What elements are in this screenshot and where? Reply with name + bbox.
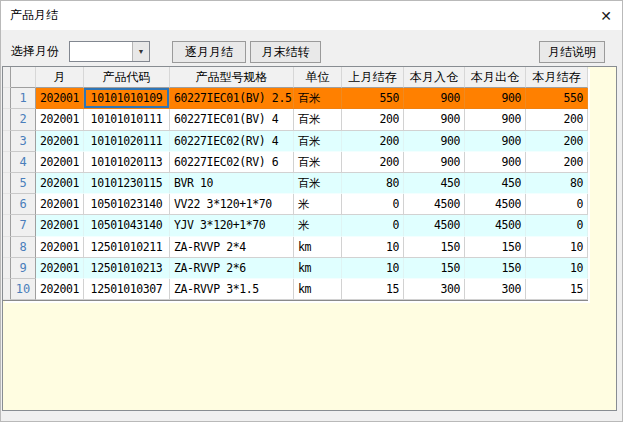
products-table: 月 产品代码 产品型号规格 单位 上月结存 本月入仓 本月出仓 本月结存 1 2… — [3, 67, 588, 301]
cell-product-spec[interactable]: 60227IEC02(RV) 6 — [170, 152, 294, 173]
cell-month-out[interactable]: 900 — [465, 109, 526, 130]
cell-product-code[interactable]: 10101010109 — [84, 88, 170, 109]
chevron-down-icon[interactable]: ▼ — [132, 42, 149, 61]
cell-month-out[interactable]: 900 — [465, 131, 526, 152]
cell-closing-balance[interactable]: 10 — [526, 258, 588, 279]
cell-product-code[interactable]: 10501043140 — [84, 215, 170, 236]
cell-opening-balance[interactable]: 10 — [342, 237, 404, 258]
grid-panel: 月 产品代码 产品型号规格 单位 上月结存 本月入仓 本月出仓 本月结存 1 2… — [2, 66, 617, 411]
row-number-cell[interactable]: 6 — [11, 194, 36, 215]
cell-month[interactable]: 202001 — [36, 237, 84, 258]
cell-closing-balance[interactable]: 10 — [526, 237, 588, 258]
cell-unit[interactable]: 百米 — [294, 88, 342, 109]
cell-product-code[interactable]: 10101230115 — [84, 173, 170, 194]
cell-month-out[interactable]: 4500 — [465, 215, 526, 236]
cell-product-spec[interactable]: 60227IEC01(BV) 2.5 — [170, 88, 294, 109]
row-number-cell[interactable]: 1 — [11, 88, 36, 109]
cell-unit[interactable]: 百米 — [294, 109, 342, 130]
cell-month[interactable]: 202001 — [36, 131, 84, 152]
cell-opening-balance[interactable]: 200 — [342, 152, 404, 173]
cell-month-out[interactable]: 900 — [465, 88, 526, 109]
cell-product-code[interactable]: 12501010211 — [84, 237, 170, 258]
cell-month-in[interactable]: 900 — [404, 131, 465, 152]
cell-product-spec[interactable]: ZA-RVVP 2*4 — [170, 237, 294, 258]
cell-month[interactable]: 202001 — [36, 258, 84, 279]
cell-product-code[interactable]: 10101010111 — [84, 109, 170, 130]
monthly-settle-button[interactable]: 逐月月结 — [172, 41, 246, 63]
cell-opening-balance[interactable]: 80 — [342, 173, 404, 194]
close-icon[interactable]: ✕ — [595, 5, 617, 27]
cell-opening-balance[interactable]: 0 — [342, 215, 404, 236]
cell-unit[interactable]: km — [294, 258, 342, 279]
cell-product-spec[interactable]: 60227IEC01(BV) 4 — [170, 109, 294, 130]
cell-month[interactable]: 202001 — [36, 279, 84, 300]
cell-product-spec[interactable]: VV22 3*120+1*70 — [170, 194, 294, 215]
cell-month-out[interactable]: 450 — [465, 173, 526, 194]
row-number-cell[interactable]: 8 — [11, 237, 36, 258]
cell-opening-balance[interactable]: 10 — [342, 258, 404, 279]
cell-month-out[interactable]: 150 — [465, 258, 526, 279]
cell-month[interactable]: 202001 — [36, 152, 84, 173]
cell-product-spec[interactable]: BVR 10 — [170, 173, 294, 194]
cell-unit[interactable]: km — [294, 279, 342, 300]
cell-opening-balance[interactable]: 15 — [342, 279, 404, 300]
cell-opening-balance[interactable]: 200 — [342, 109, 404, 130]
cell-product-spec[interactable]: 60227IEC02(RV) 4 — [170, 131, 294, 152]
cell-product-code[interactable]: 12501010307 — [84, 279, 170, 300]
row-number-cell[interactable]: 4 — [11, 152, 36, 173]
cell-month-in[interactable]: 4500 — [404, 194, 465, 215]
cell-unit[interactable]: 百米 — [294, 131, 342, 152]
cell-closing-balance[interactable]: 550 — [526, 88, 588, 109]
cell-month-in[interactable]: 150 — [404, 258, 465, 279]
cell-closing-balance[interactable]: 200 — [526, 152, 588, 173]
row-number-cell[interactable]: 7 — [11, 215, 36, 236]
cell-product-spec[interactable]: YJV 3*120+1*70 — [170, 215, 294, 236]
cell-product-code[interactable]: 12501010213 — [84, 258, 170, 279]
cell-month[interactable]: 202001 — [36, 173, 84, 194]
cell-month-in[interactable]: 150 — [404, 237, 465, 258]
cell-month-out[interactable]: 900 — [465, 152, 526, 173]
column-header-month-in: 本月入仓 — [404, 67, 465, 88]
cell-month-in[interactable]: 900 — [404, 152, 465, 173]
cell-month[interactable]: 202001 — [36, 88, 84, 109]
cell-closing-balance[interactable]: 200 — [526, 131, 588, 152]
product-monthly-settlement-dialog: 产品月结 ✕ 选择月份 ▼ 逐月月结 月末结转 月结说明 月 产品代码 产品型号… — [0, 0, 623, 422]
cell-unit[interactable]: 米 — [294, 215, 342, 236]
cell-product-code[interactable]: 10101020113 — [84, 152, 170, 173]
cell-month-in[interactable]: 900 — [404, 88, 465, 109]
cell-month-in[interactable]: 300 — [404, 279, 465, 300]
cell-month-in[interactable]: 450 — [404, 173, 465, 194]
cell-unit[interactable]: 百米 — [294, 152, 342, 173]
cell-unit[interactable]: km — [294, 237, 342, 258]
settlement-help-button[interactable]: 月结说明 — [539, 41, 605, 63]
cell-month[interactable]: 202001 — [36, 215, 84, 236]
row-number-cell[interactable]: 3 — [11, 131, 36, 152]
cell-product-code[interactable]: 10101020111 — [84, 131, 170, 152]
cell-month-in[interactable]: 900 — [404, 109, 465, 130]
month-select-combobox[interactable]: ▼ — [69, 41, 150, 62]
cell-month-out[interactable]: 150 — [465, 237, 526, 258]
cell-unit[interactable]: 米 — [294, 194, 342, 215]
cell-product-spec[interactable]: ZA-RVVP 3*1.5 — [170, 279, 294, 300]
cell-opening-balance[interactable]: 0 — [342, 194, 404, 215]
row-number-cell[interactable]: 5 — [11, 173, 36, 194]
cell-month-out[interactable]: 4500 — [465, 194, 526, 215]
cell-month-in[interactable]: 4500 — [404, 215, 465, 236]
cell-month-out[interactable]: 300 — [465, 279, 526, 300]
row-number-cell[interactable]: 9 — [11, 258, 36, 279]
cell-closing-balance[interactable]: 15 — [526, 279, 588, 300]
cell-closing-balance[interactable]: 0 — [526, 194, 588, 215]
cell-month[interactable]: 202001 — [36, 109, 84, 130]
row-number-cell[interactable]: 10 — [11, 279, 36, 300]
cell-closing-balance[interactable]: 80 — [526, 173, 588, 194]
row-number-cell[interactable]: 2 — [11, 109, 36, 130]
cell-product-spec[interactable]: ZA-RVVP 2*6 — [170, 258, 294, 279]
cell-closing-balance[interactable]: 200 — [526, 109, 588, 130]
cell-unit[interactable]: 百米 — [294, 173, 342, 194]
cell-closing-balance[interactable]: 0 — [526, 215, 588, 236]
cell-opening-balance[interactable]: 200 — [342, 131, 404, 152]
cell-product-code[interactable]: 10501023140 — [84, 194, 170, 215]
month-end-carryover-button[interactable]: 月末结转 — [250, 41, 321, 63]
cell-opening-balance[interactable]: 550 — [342, 88, 404, 109]
cell-month[interactable]: 202001 — [36, 194, 84, 215]
